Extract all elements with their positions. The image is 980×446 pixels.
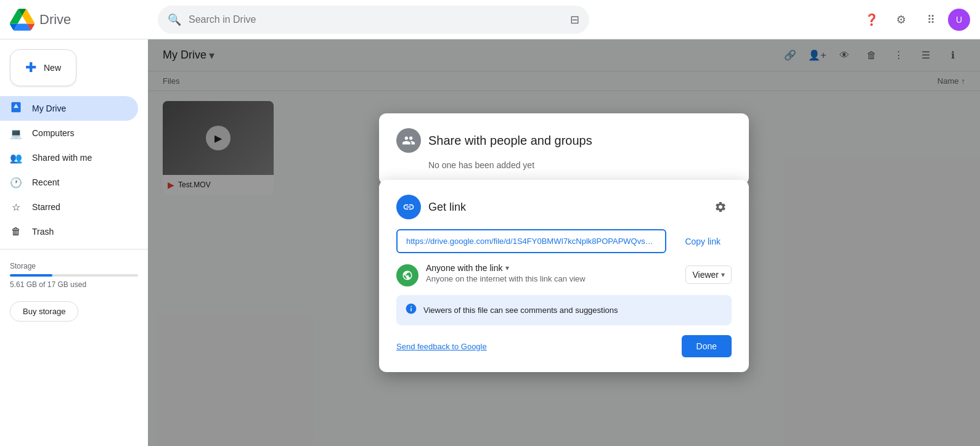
topbar: Drive 🔍 ⊟ ❓ ⚙ ⠿ U — [0, 0, 980, 39]
drive-icon — [10, 101, 22, 116]
link-footer: Send feedback to Google Done — [396, 335, 732, 357]
access-chevron-icon: ▾ — [505, 264, 509, 272]
link-header-left: Get link — [396, 195, 466, 219]
search-icon: 🔍 — [168, 13, 181, 26]
sidebar-item-starred-label: Starred — [32, 202, 60, 212]
sidebar-item-shared-with-me[interactable]: 👥 Shared with me — [0, 145, 138, 170]
star-icon: ☆ — [10, 201, 22, 213]
filter-icon[interactable]: ⊟ — [570, 13, 579, 26]
avatar-initials: U — [956, 15, 962, 25]
info-circle-icon — [405, 302, 417, 318]
apps-button[interactable]: ⠿ — [918, 7, 943, 32]
sidebar-item-trash[interactable]: 🗑 Trash — [0, 219, 138, 244]
access-row: Anyone with the link ▾ Anyone on the int… — [396, 263, 732, 286]
share-dialog-header: Share with people and groups — [396, 128, 732, 153]
storage-label: Storage — [10, 262, 138, 270]
link-settings-button[interactable] — [709, 196, 732, 218]
share-dialog-title: Share with people and groups — [428, 134, 592, 148]
sidebar-divider — [0, 249, 148, 249]
storage-bar-background — [10, 274, 138, 277]
avatar[interactable]: U — [948, 9, 970, 31]
sidebar-item-recent[interactable]: 🕐 Recent — [0, 170, 138, 195]
role-label: Viewer — [692, 270, 719, 280]
link-dialog-header: Get link — [396, 195, 732, 219]
plus-icon: ✚ — [25, 60, 36, 76]
copy-link-button[interactable]: Copy link — [674, 230, 732, 253]
buy-storage-button[interactable]: Buy storage — [10, 301, 78, 322]
dialog-overlay[interactable]: Share with people and groups No one has … — [148, 39, 980, 446]
layout: ✚ New My Drive 💻 Computers 👥 Shared with… — [0, 39, 980, 446]
sidebar: ✚ New My Drive 💻 Computers 👥 Shared with… — [0, 39, 148, 446]
settings-icon — [714, 201, 727, 213]
storage-used-text: 5.61 GB of 17 GB used — [10, 280, 138, 289]
search-input[interactable] — [189, 14, 565, 25]
apps-icon: ⠿ — [927, 13, 935, 26]
help-button[interactable]: ❓ — [859, 7, 884, 32]
role-dropdown[interactable]: Viewer ▾ — [685, 266, 732, 284]
help-icon: ❓ — [865, 13, 878, 26]
role-chevron-icon: ▾ — [721, 270, 725, 279]
info-message: Viewers of this file can see comments an… — [423, 306, 618, 315]
search-bar[interactable]: 🔍 ⊟ — [158, 6, 589, 34]
done-label: Done — [696, 341, 717, 351]
access-description: Anyone on the internet with this link ca… — [426, 274, 678, 283]
storage-section: Storage 5.61 GB of 17 GB used — [0, 254, 148, 296]
trash-icon: 🗑 — [10, 226, 22, 237]
access-type-dropdown[interactable]: Anyone with the link ▾ — [426, 263, 678, 273]
sidebar-item-starred[interactable]: ☆ Starred — [0, 195, 138, 219]
main-area: My Drive ▾ 🔗 👤+ 👁 🗑 ⋮ ☰ ℹ Files Name ↑ — [148, 39, 980, 446]
settings-button[interactable]: ⚙ — [889, 7, 913, 32]
info-box: Viewers of this file can see comments an… — [396, 295, 732, 325]
share-people-icon — [396, 128, 421, 153]
share-dialog: Share with people and groups No one has … — [379, 113, 749, 185]
link-url-box[interactable]: https://drive.google.com/file/d/1S4FY0BM… — [396, 229, 666, 253]
sidebar-item-trash-label: Trash — [32, 227, 54, 237]
computer-icon: 💻 — [10, 128, 22, 139]
access-type-label: Anyone with the link — [426, 263, 503, 273]
sidebar-item-my-drive[interactable]: My Drive — [0, 96, 138, 121]
feedback-link[interactable]: Send feedback to Google — [396, 342, 487, 351]
copy-link-label: Copy link — [685, 237, 721, 246]
get-link-dialog: Get link https://drive.google.com/file/d… — [379, 180, 749, 372]
done-button[interactable]: Done — [682, 335, 732, 357]
new-button[interactable]: ✚ New — [10, 49, 76, 86]
buy-storage-label: Buy storage — [23, 307, 65, 316]
access-text: Anyone with the link ▾ Anyone on the int… — [426, 263, 678, 283]
people-icon: 👥 — [10, 152, 22, 164]
clock-icon: 🕐 — [10, 177, 22, 189]
link-url-row: https://drive.google.com/file/d/1S4FY0BM… — [396, 229, 732, 253]
share-no-one-text: No one has been added yet — [396, 160, 732, 170]
sidebar-item-computers-label: Computers — [32, 128, 74, 138]
sidebar-item-recent-label: Recent — [32, 177, 59, 187]
link-dialog-title: Get link — [428, 201, 466, 214]
app-name: Drive — [39, 12, 71, 28]
topbar-right: ❓ ⚙ ⠿ U — [859, 7, 970, 32]
new-button-label: New — [44, 63, 61, 73]
dialog-stack: Share with people and groups No one has … — [379, 113, 749, 372]
globe-icon — [396, 264, 419, 286]
storage-bar-fill — [10, 274, 52, 277]
sidebar-item-shared-label: Shared with me — [32, 153, 92, 163]
google-drive-logo — [10, 7, 35, 32]
sidebar-item-my-drive-label: My Drive — [32, 103, 66, 113]
gear-icon: ⚙ — [896, 13, 906, 26]
logo-area: Drive — [10, 7, 150, 32]
link-circle-icon — [396, 195, 421, 219]
sidebar-item-computers[interactable]: 💻 Computers — [0, 121, 138, 145]
